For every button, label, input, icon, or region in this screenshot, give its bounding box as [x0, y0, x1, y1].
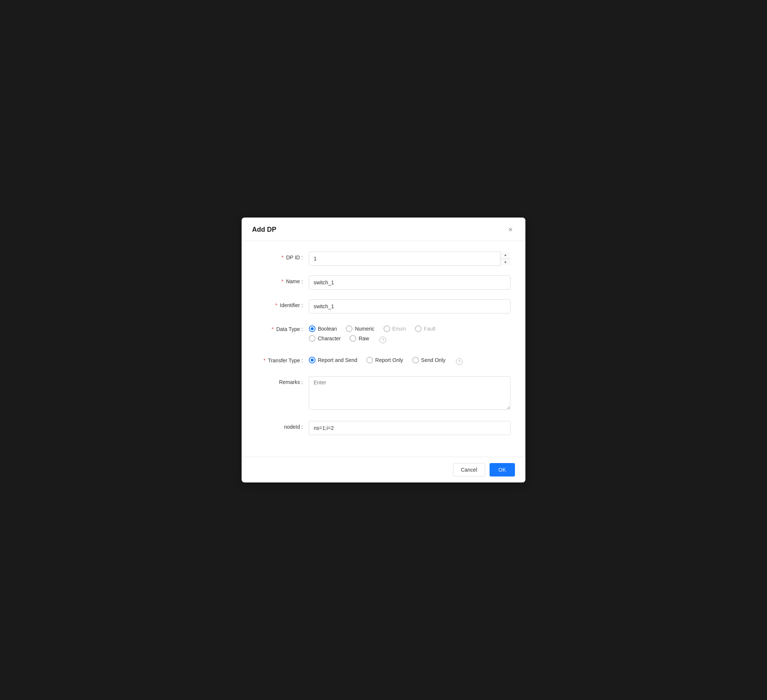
remarks-input[interactable] [309, 376, 511, 410]
dp-id-control: ▲ ▼ [309, 251, 511, 266]
identifier-row: * Identifier : [256, 299, 511, 313]
data-type-control: Boolean Numeric Enum [309, 323, 511, 345]
radio-enum-label: Enum [393, 326, 406, 332]
radio-report-and-send-input[interactable] [309, 357, 315, 363]
radio-send-only-label: Send Only [421, 357, 446, 363]
radio-raw-input[interactable] [350, 335, 356, 342]
radio-send-only[interactable]: Send Only [412, 357, 446, 363]
radio-report-only[interactable]: Report Only [366, 357, 403, 363]
radio-fault-label: Fault [424, 326, 435, 332]
dp-id-label: * DP ID : [256, 251, 309, 260]
radio-send-only-input[interactable] [412, 357, 419, 363]
identifier-label: * Identifier : [256, 299, 309, 308]
spinner-up[interactable]: ▲ [500, 251, 511, 259]
name-control [309, 275, 511, 290]
remarks-label: Remarks : [256, 376, 309, 385]
dialog-footer: Cancel OK [242, 457, 525, 483]
dp-id-row: * DP ID : ▲ ▼ [256, 251, 511, 266]
radio-boolean[interactable]: Boolean [309, 325, 337, 332]
data-type-row-1: Boolean Numeric Enum [309, 325, 511, 335]
dp-id-input[interactable] [309, 251, 511, 266]
dialog-overlay: Add DP × * DP ID : ▲ ▼ [0, 0, 767, 700]
transfer-type-label: * Transfer Type : [256, 354, 309, 363]
required-star: * [275, 302, 277, 308]
radio-character[interactable]: Character [309, 335, 341, 342]
radio-numeric[interactable]: Numeric [346, 325, 374, 332]
radio-report-and-send[interactable]: Report and Send [309, 357, 357, 363]
radio-boolean-label: Boolean [318, 326, 337, 332]
dialog-body: * DP ID : ▲ ▼ * Name : [242, 241, 525, 457]
name-input[interactable] [309, 275, 511, 290]
identifier-control [309, 299, 511, 313]
radio-enum[interactable]: Enum [384, 325, 406, 332]
spinner-down[interactable]: ▼ [500, 259, 511, 266]
remarks-row: Remarks : [256, 376, 511, 411]
required-star: * [282, 254, 283, 260]
node-id-label: nodeId : [256, 421, 309, 430]
ok-button[interactable]: OK [490, 463, 515, 476]
radio-numeric-label: Numeric [355, 326, 374, 332]
dialog: Add DP × * DP ID : ▲ ▼ [242, 217, 525, 483]
radio-numeric-input[interactable] [346, 325, 353, 332]
spinner-buttons: ▲ ▼ [500, 251, 511, 266]
radio-boolean-input[interactable] [309, 325, 315, 332]
radio-raw-label: Raw [358, 335, 369, 341]
node-id-control [309, 421, 511, 435]
transfer-type-help-icon[interactable]: ? [456, 358, 463, 365]
name-label: * Name : [256, 275, 309, 284]
radio-raw[interactable]: Raw [350, 335, 369, 342]
required-star: * [282, 278, 283, 284]
identifier-input[interactable] [309, 299, 511, 313]
radio-enum-input[interactable] [384, 325, 390, 332]
node-id-row: nodeId : [256, 421, 511, 435]
transfer-type-control: Report and Send Report Only Send Only ? [309, 354, 511, 367]
transfer-type-row: * Transfer Type : Report and Send Rep [256, 354, 511, 367]
remarks-control [309, 376, 511, 411]
radio-report-only-input[interactable] [366, 357, 373, 363]
required-star: * [272, 326, 273, 332]
name-row: * Name : [256, 275, 511, 290]
dp-id-spinner: ▲ ▼ [309, 251, 511, 266]
node-id-input[interactable] [309, 421, 511, 435]
transfer-type-row-1: Report and Send Report Only Send Only ? [309, 357, 511, 367]
radio-report-only-label: Report Only [375, 357, 403, 363]
required-star: * [264, 357, 266, 363]
radio-fault-input[interactable] [415, 325, 422, 332]
data-type-help-icon[interactable]: ? [379, 337, 386, 343]
cancel-button[interactable]: Cancel [453, 463, 485, 476]
radio-character-input[interactable] [309, 335, 315, 342]
radio-fault[interactable]: Fault [415, 325, 435, 332]
data-type-label: * Data Type : [256, 323, 309, 332]
data-type-row-2: Character Raw ? [309, 335, 511, 345]
dialog-header: Add DP × [242, 217, 525, 241]
radio-report-and-send-label: Report and Send [318, 357, 357, 363]
close-button[interactable]: × [506, 225, 515, 234]
data-type-radio-group: Boolean Numeric Enum [309, 323, 511, 345]
transfer-type-radio-group: Report and Send Report Only Send Only ? [309, 354, 511, 367]
radio-character-label: Character [318, 335, 341, 341]
dialog-title: Add DP [252, 226, 276, 233]
data-type-row: * Data Type : Boolean Numeric [256, 323, 511, 345]
